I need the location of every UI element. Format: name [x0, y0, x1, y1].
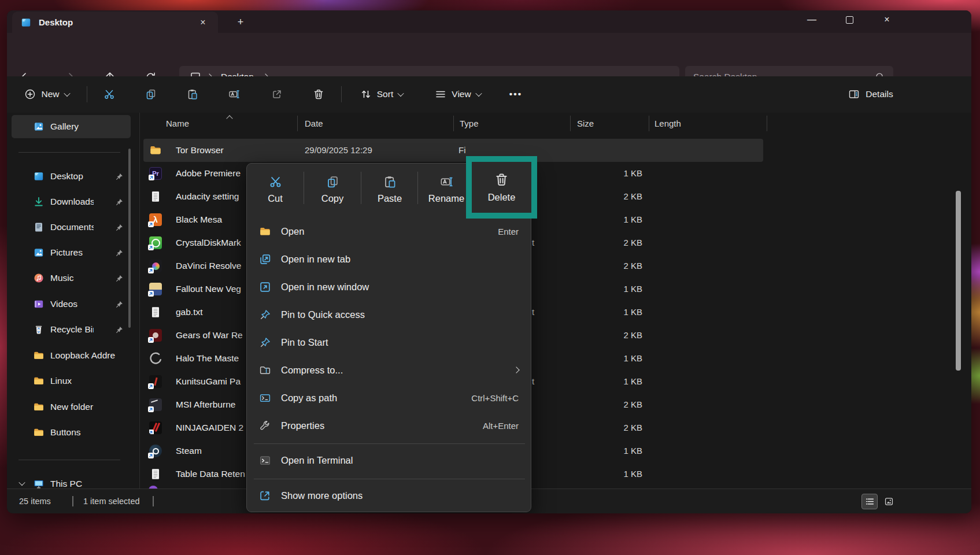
adobe-premiere-icon: [149, 167, 162, 180]
details-pane-icon: [848, 88, 860, 100]
black-mesa-icon: [149, 213, 162, 226]
copy-menu-button[interactable]: Copy: [304, 168, 361, 211]
minimize-button[interactable]: —: [798, 10, 825, 29]
trash-icon: [313, 88, 324, 100]
details-view-button[interactable]: [861, 494, 878, 509]
menu-item-compress-to[interactable]: Compress to...: [250, 357, 529, 383]
sort-button[interactable]: Sort: [352, 83, 412, 106]
cut-button[interactable]: [98, 83, 121, 106]
thumbnail-view-button[interactable]: [881, 494, 897, 509]
file-row-selected[interactable]: Tor Browser 29/09/2025 12:29 Fi: [143, 139, 763, 162]
menu-item-label: Copy as path: [281, 393, 471, 404]
view-icon: [435, 88, 446, 100]
sidebar-item-music[interactable]: Music: [12, 267, 131, 290]
folder-icon: [33, 427, 45, 438]
sidebar-item-label: Videos: [50, 299, 94, 309]
documents-icon: [33, 221, 45, 233]
file-name: Gears of War Re: [176, 324, 243, 347]
menu-item-open-new-tab[interactable]: Open in new tab: [250, 246, 529, 272]
view-button[interactable]: View: [426, 83, 490, 106]
sidebar-item-new-folder[interactable]: New folder: [12, 395, 131, 419]
sidebar-scrollbar[interactable]: [128, 149, 131, 328]
sidebar-item-recycle-bin[interactable]: Recycle Bin: [12, 318, 131, 341]
sidebar-item-loopback[interactable]: Loopback Addre: [12, 344, 131, 367]
sidebar-item-downloads[interactable]: Downloads: [12, 190, 131, 213]
recycle-bin-icon: [33, 324, 45, 335]
rename-icon: [440, 175, 453, 188]
shortcut-arrow-icon: [148, 221, 154, 227]
sidebar-item-pictures[interactable]: Pictures: [12, 241, 131, 264]
cut-icon: [103, 88, 115, 100]
file-name: DaVinci Resolve: [176, 254, 241, 278]
zip-folder-icon: [259, 364, 271, 376]
videos-icon: [33, 298, 45, 310]
menu-item-pin-to-start[interactable]: Pin to Start: [250, 329, 529, 356]
submenu-chevron-icon: [513, 367, 519, 373]
text-file-icon: [149, 468, 162, 480]
details-pane-button[interactable]: Details: [838, 83, 903, 106]
copy-button[interactable]: [139, 83, 162, 106]
sidebar-item-desktop[interactable]: Desktop: [12, 165, 131, 188]
pin-icon: [115, 223, 124, 232]
halo-icon: [149, 352, 162, 365]
rename-button[interactable]: [223, 83, 246, 106]
navigation-pane: Gallery Desktop Downloads Documents Pict…: [7, 113, 140, 489]
share-icon: [271, 88, 283, 100]
new-button[interactable]: New: [16, 83, 77, 106]
msi-afterburner-icon: [149, 398, 162, 411]
tab-close-icon[interactable]: ×: [196, 16, 210, 29]
column-header-date[interactable]: Date: [305, 113, 323, 134]
details-label: Details: [866, 89, 893, 99]
delete-menu-button-highlighted[interactable]: Delete: [466, 156, 537, 219]
shortcut-arrow-icon: [148, 453, 154, 458]
maximize-button[interactable]: [836, 10, 863, 29]
column-header-name[interactable]: Name: [166, 113, 189, 134]
pin-icon: [259, 309, 271, 321]
wrench-icon: [259, 420, 271, 432]
column-header-type[interactable]: Type: [460, 113, 479, 134]
crystaldiskmark-icon: [149, 236, 162, 249]
menu-item-properties[interactable]: Properties Alt+Enter: [250, 412, 529, 439]
menu-item-open-new-window[interactable]: Open in new window: [250, 273, 529, 300]
sidebar-item-documents[interactable]: Documents: [12, 216, 131, 239]
close-button[interactable]: ×: [874, 10, 900, 29]
column-divider[interactable]: [297, 116, 298, 131]
sidebar-item-linux[interactable]: Linux: [12, 369, 131, 393]
sidebar-item-buttons[interactable]: Buttons: [12, 421, 131, 444]
tab-desktop[interactable]: Desktop ×: [12, 12, 218, 33]
column-divider[interactable]: [767, 116, 767, 131]
file-name: Black Mesa: [176, 208, 222, 231]
file-name: NINJAGAIDEN 2: [176, 416, 243, 439]
file-type-tail: t: [532, 231, 534, 254]
shortcut-arrow-icon: [148, 291, 154, 297]
tab-title: Desktop: [39, 17, 73, 27]
menu-item-show-more-options[interactable]: Show more options: [250, 482, 529, 509]
menu-item-open-in-terminal[interactable]: Open in Terminal: [250, 447, 529, 473]
paste-menu-button[interactable]: Paste: [361, 168, 418, 211]
file-list-scrollbar[interactable]: [956, 191, 961, 371]
column-divider[interactable]: [570, 116, 571, 131]
menu-item-label: Pin to Quick access: [281, 309, 529, 320]
paste-button[interactable]: [181, 83, 204, 106]
sidebar-item-label: Downloads: [50, 197, 94, 207]
menu-item-pin-quick-access[interactable]: Pin to Quick access: [250, 301, 529, 328]
column-header-size[interactable]: Size: [577, 113, 594, 134]
sidebar-item-gallery[interactable]: Gallery: [12, 115, 131, 138]
column-header-length[interactable]: Length: [654, 113, 681, 134]
share-button[interactable]: [265, 83, 289, 106]
downloads-icon: [33, 196, 45, 208]
expand-chevron-icon[interactable]: [19, 479, 25, 486]
cut-menu-button[interactable]: Cut: [247, 168, 304, 211]
column-divider[interactable]: [649, 116, 649, 131]
column-divider[interactable]: [453, 116, 454, 131]
menu-item-open[interactable]: Open Enter: [250, 218, 529, 245]
menu-item-label: Open: [281, 226, 498, 237]
pin-icon: [115, 198, 124, 206]
more-options-button[interactable]: •••: [504, 83, 528, 106]
new-tab-button[interactable]: +: [234, 15, 247, 29]
delete-button[interactable]: [307, 83, 330, 106]
text-file-icon: [149, 190, 162, 203]
sidebar-item-label: Pictures: [50, 247, 94, 258]
sidebar-item-videos[interactable]: Videos: [12, 293, 131, 316]
menu-item-copy-as-path[interactable]: Copy as path Ctrl+Shift+C: [250, 384, 529, 411]
